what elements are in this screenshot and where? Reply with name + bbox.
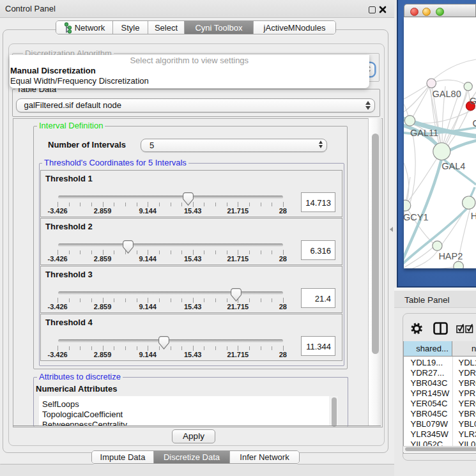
svg-text:GAL4: GAL4 (441, 161, 465, 171)
svg-text:GCY1: GCY1 (404, 212, 429, 222)
svg-text:H: H (471, 211, 476, 221)
svg-text:HAP2: HAP2 (438, 251, 463, 261)
svg-text:GAL11: GAL11 (410, 128, 438, 138)
svg-text:GAL80: GAL80 (433, 89, 461, 99)
svg-text:C: C (473, 118, 476, 128)
svg-text:GA: GA (470, 96, 476, 106)
